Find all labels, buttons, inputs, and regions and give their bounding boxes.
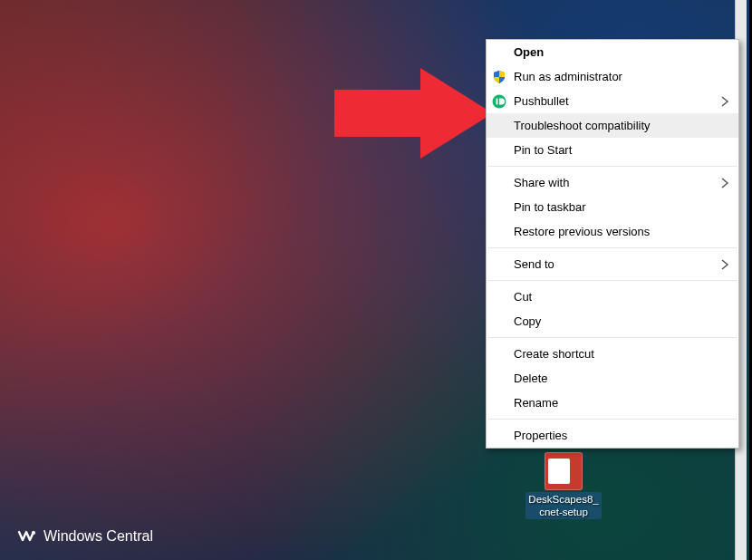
menu-item-label: Troubleshoot compatibility (514, 119, 651, 132)
menu-item-pin-to-start[interactable]: Pin to Start (487, 138, 738, 162)
menu-item-label: Create shortcut (514, 347, 594, 361)
menu-item-delete[interactable]: Delete (487, 366, 738, 391)
menu-item-label: Open (514, 45, 544, 59)
menu-item-open[interactable]: Open (487, 40, 738, 64)
menu-item-label: Pin to taskbar (514, 200, 586, 214)
menu-item-pushbullet[interactable]: Pushbullet (487, 89, 738, 113)
menu-item-label: Cut (514, 290, 532, 304)
menu-item-label: Pushbullet (514, 94, 569, 108)
svg-rect-2 (497, 98, 498, 104)
menu-separator (488, 166, 737, 167)
menu-item-label: Send to (514, 257, 554, 271)
context-menu: Open Run as administrator (486, 39, 739, 449)
menu-separator (488, 419, 737, 420)
menu-item-rename[interactable]: Rename (487, 391, 738, 415)
desktop-shortcut[interactable]: DeskScapes8_ cnet-setup (531, 452, 596, 519)
menu-item-label: Copy (514, 314, 541, 328)
menu-item-label: Rename (514, 396, 558, 410)
menu-item-copy[interactable]: Copy (487, 309, 738, 333)
desktop-background: DeskScapes8_ cnet-setup Open Run as admi… (0, 0, 752, 560)
shield-icon (492, 70, 506, 84)
menu-item-label: Pin to Start (514, 143, 572, 157)
menu-item-troubleshoot-compatibility[interactable]: Troubleshoot compatibility (487, 113, 738, 138)
menu-item-cut[interactable]: Cut (487, 285, 738, 309)
menu-item-label: Share with (514, 176, 569, 189)
menu-item-label: Properties (514, 429, 567, 442)
menu-item-pin-to-taskbar[interactable]: Pin to taskbar (487, 195, 738, 219)
watermark-logo-icon (16, 529, 36, 544)
menu-item-create-shortcut[interactable]: Create shortcut (487, 342, 738, 366)
menu-item-label: Run as administrator (514, 70, 622, 83)
svg-point-3 (32, 531, 35, 535)
watermark: Windows Central (16, 528, 153, 545)
menu-separator (488, 337, 737, 338)
chevron-right-icon (720, 96, 729, 107)
menu-item-label: Restore previous versions (514, 225, 650, 238)
svg-marker-0 (334, 68, 493, 159)
menu-item-send-to[interactable]: Send to (487, 252, 738, 276)
menu-item-restore-previous-versions[interactable]: Restore previous versions (487, 219, 738, 244)
menu-item-label: Delete (514, 372, 548, 385)
menu-separator (488, 247, 737, 248)
chevron-right-icon (720, 259, 729, 270)
menu-separator (488, 280, 737, 281)
installer-icon (545, 452, 583, 490)
menu-item-run-as-admin[interactable]: Run as administrator (487, 64, 738, 89)
menu-item-properties[interactable]: Properties (487, 423, 738, 448)
watermark-text: Windows Central (43, 528, 153, 545)
chevron-right-icon (720, 178, 729, 188)
desktop-shortcut-label: DeskScapes8_ cnet-setup (525, 492, 601, 519)
menu-item-share-with[interactable]: Share with (487, 170, 738, 195)
red-arrow-annotation (334, 63, 497, 163)
pushbullet-icon (492, 94, 506, 109)
